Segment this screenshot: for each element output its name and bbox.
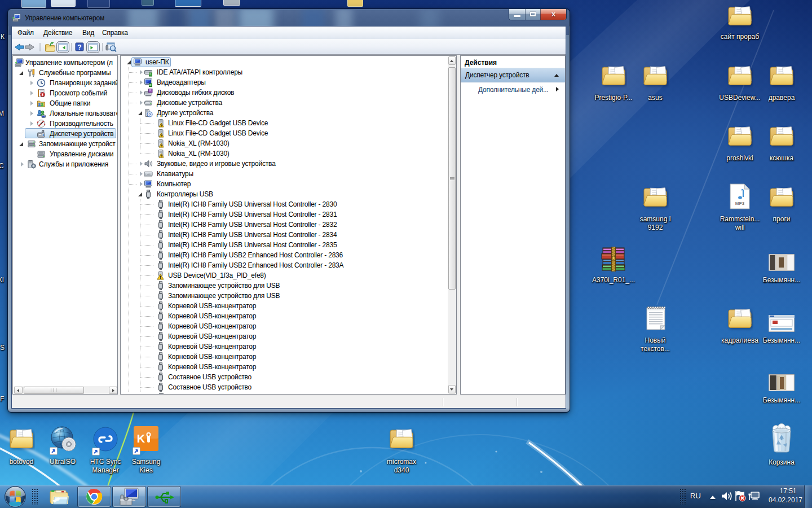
svg-text:?: ? (77, 43, 81, 51)
svg-text:K: K (137, 432, 145, 445)
svg-text:?: ? (148, 112, 151, 117)
svg-text:MP3: MP3 (735, 201, 745, 206)
